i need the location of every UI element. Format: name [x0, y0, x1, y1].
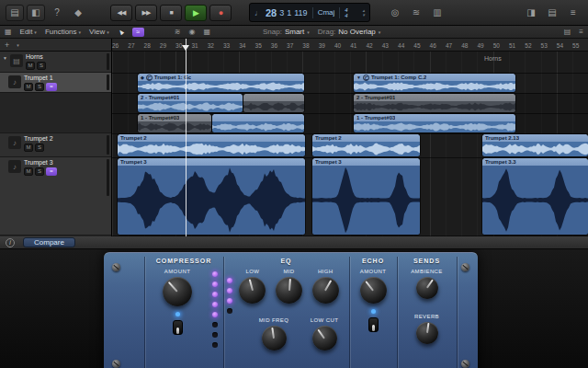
- take-folder-icon[interactable]: ◆: [141, 75, 144, 80]
- mute-button[interactable]: M: [26, 62, 35, 70]
- ruler-bar-label: 41: [350, 42, 356, 49]
- region-waveform: [354, 121, 515, 132]
- audio-region[interactable]: 2 - Trumpet#01: [138, 94, 243, 112]
- audio-region[interactable]: Trumpet 3: [312, 158, 420, 235]
- flex-icon[interactable]: ≈: [46, 167, 57, 176]
- compressor-power-switch[interactable]: [173, 320, 183, 335]
- track-header-horns[interactable]: ▼ ▤ Horns M S: [0, 52, 111, 73]
- eq-mid-freq-knob[interactable]: [262, 326, 287, 351]
- ruler-bar-label: 42: [366, 42, 372, 49]
- add-track-button[interactable]: +: [5, 40, 9, 50]
- solo-button[interactable]: S: [37, 62, 46, 70]
- track-level-meter: [107, 53, 109, 70]
- eq-mid-knob[interactable]: [276, 277, 302, 304]
- compressor-amount-knob[interactable]: [163, 277, 192, 306]
- mute-button[interactable]: M: [24, 83, 33, 91]
- audio-region[interactable]: Trumpet 2: [312, 134, 420, 156]
- stop-button[interactable]: ■: [160, 5, 182, 21]
- ruler-bar-label: 26: [112, 42, 119, 49]
- region-waveform: [354, 81, 515, 92]
- track-header-toolbar: + ▾: [0, 39, 112, 51]
- lcd-division: 1: [287, 8, 291, 17]
- play-button[interactable]: ▶: [185, 5, 207, 21]
- settings-icon[interactable]: ◆: [69, 5, 87, 21]
- edit-menu[interactable]: Edit▾: [20, 28, 37, 36]
- section-title: ECHO: [349, 258, 397, 264]
- region-header: 2 - Trumpet#01: [138, 94, 243, 101]
- list-editors-icon[interactable]: ≡: [564, 5, 582, 21]
- quick-help-icon[interactable]: ?: [48, 5, 66, 21]
- track-options-icon[interactable]: ▾: [17, 42, 19, 48]
- echo-amount-knob[interactable]: [360, 277, 387, 304]
- solo-button[interactable]: S: [35, 144, 44, 152]
- panels-icon[interactable]: ▤: [564, 28, 571, 36]
- audio-region[interactable]: Trumpet 2.13: [482, 134, 588, 156]
- take-lane-headers: [0, 93, 111, 133]
- zoom-grid-icon[interactable]: ▦: [203, 28, 210, 36]
- take-folder-icon[interactable]: ▼: [356, 75, 361, 80]
- section-title: SENDS: [397, 258, 457, 264]
- track-header-trumpet-3[interactable]: ♪ Trumpet 3 M S ≈ Flex Pitch▾: [0, 157, 111, 236]
- editors-icon[interactable]: ◨: [522, 5, 540, 21]
- lcd-bar: 28: [266, 7, 277, 18]
- cycle-icon[interactable]: ◎: [386, 5, 404, 21]
- drag-menu[interactable]: Drag: No Overlap ▾: [318, 28, 381, 36]
- mixer-icon[interactable]: ▥: [428, 5, 447, 21]
- forward-button[interactable]: ▶▶: [135, 5, 157, 21]
- track-level-meter: [107, 159, 109, 196]
- eq-low-cut-knob[interactable]: [312, 326, 337, 351]
- disclosure-icon[interactable]: ▼: [3, 53, 10, 72]
- list-icon[interactable]: ≡: [579, 28, 583, 36]
- snap-menu[interactable]: Snap: Smart ▾: [263, 28, 310, 36]
- lcd-stepper-icon[interactable]: ▴▾: [362, 8, 365, 17]
- comp-badge-icon[interactable]: C: [146, 75, 153, 81]
- library-icon[interactable]: ▤: [6, 5, 24, 21]
- audio-region[interactable]: 2 - Trumpet#01: [354, 94, 515, 112]
- flex-edit-icon[interactable]: ≋: [175, 28, 181, 36]
- functions-menu[interactable]: Functions▾: [45, 28, 81, 36]
- view-menu[interactable]: View▾: [89, 28, 109, 36]
- region-header: Trumpet 2.13: [482, 134, 588, 142]
- track-header-trumpet-2[interactable]: ♪ Trumpet 2 M S: [0, 133, 111, 157]
- inspector-icon[interactable]: ◧: [27, 5, 45, 21]
- comp-badge-icon[interactable]: C: [363, 75, 369, 81]
- sends-reverb-knob[interactable]: [416, 322, 438, 344]
- sends-ambience-knob[interactable]: [416, 277, 438, 299]
- record-button[interactable]: ●: [209, 5, 232, 21]
- eq-low-knob[interactable]: [239, 277, 266, 304]
- flex-view-icon[interactable]: ≋: [407, 5, 425, 21]
- rewind-button[interactable]: ◀◀: [110, 5, 132, 21]
- audio-region[interactable]: Trumpet 3: [118, 158, 305, 235]
- solo-button[interactable]: S: [35, 167, 44, 176]
- echo-power-switch[interactable]: [368, 317, 379, 332]
- mute-button[interactable]: M: [24, 167, 33, 176]
- eq-high-knob[interactable]: [312, 277, 339, 304]
- automation-icon[interactable]: ◉: [188, 28, 195, 36]
- audio-region[interactable]: [212, 114, 304, 132]
- audio-region[interactable]: 1 - Trumpet#03: [354, 114, 515, 132]
- region-waveform: [354, 101, 515, 112]
- logic-pro-window: ▤ ◧ ? ◆ ◀◀ ▶▶ ■ ▶ ● ♩ 28 3 1 119 Cmaj 44…: [0, 0, 588, 368]
- flex-icon[interactable]: ≈: [46, 83, 57, 91]
- audio-region[interactable]: Trumpet 2: [118, 134, 305, 156]
- audio-region[interactable]: Trumpet 3.3: [482, 158, 588, 235]
- panels-icon[interactable]: ▤: [543, 5, 561, 21]
- audio-region[interactable]: ▼CTrumpet 1: Comp C.2: [354, 74, 515, 92]
- region-label: Trumpet 3: [315, 159, 342, 165]
- transport-controls: ◀◀ ▶▶ ■ ▶ ●: [110, 5, 232, 21]
- info-icon[interactable]: i: [6, 238, 15, 247]
- solo-button[interactable]: S: [35, 83, 44, 91]
- grid-icon[interactable]: ▦: [5, 28, 12, 36]
- mute-button[interactable]: M: [24, 144, 33, 152]
- compare-button[interactable]: Compare: [23, 237, 75, 247]
- track-header-trumpet-1[interactable]: ♪ Trumpet 1 M S ≈: [0, 73, 111, 93]
- audio-region[interactable]: [243, 94, 304, 112]
- audio-region[interactable]: ◆CTrumpet 1: Gc: [138, 74, 304, 92]
- lcd-display[interactable]: ♩ 28 3 1 119 Cmaj 44 ▴▾: [249, 3, 370, 22]
- pointer-tool-icon[interactable]: ▲: [116, 27, 126, 37]
- audio-region[interactable]: 1 - Trumpet#03: [138, 114, 211, 132]
- ruler-bar-label: 29: [160, 42, 166, 49]
- track-name: Trumpet 3: [24, 159, 57, 166]
- flex-mode-icon[interactable]: ≈: [132, 28, 144, 37]
- timeline-ruler[interactable]: + ▾ 262728293031323334353637383940414243…: [0, 39, 588, 52]
